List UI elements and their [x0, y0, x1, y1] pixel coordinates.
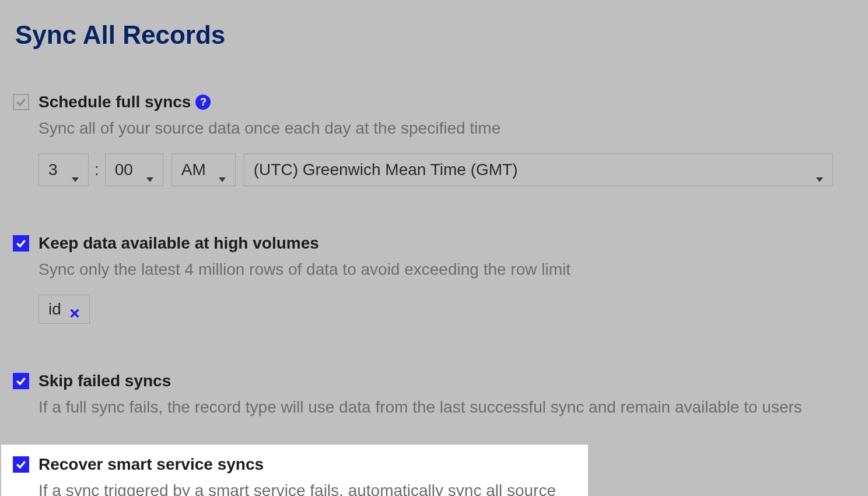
high-volume-header: Keep data available at high volumes	[13, 234, 853, 253]
skip-failed-desc: If a full sync fails, the record type wi…	[38, 396, 853, 418]
page-title: Sync All Records	[0, 0, 868, 50]
ampm-value: AM	[181, 160, 206, 179]
skip-failed-header: Skip failed syncs	[13, 372, 853, 390]
recover-checkbox[interactable]	[13, 456, 29, 473]
high-volume-checkbox[interactable]	[13, 235, 29, 252]
svg-marker-3	[816, 177, 823, 182]
help-icon[interactable]: ?	[195, 95, 211, 110]
time-colon: :	[94, 160, 99, 179]
check-icon	[15, 375, 27, 387]
recover-header: Recover smart service syncs	[13, 455, 573, 474]
timezone-select[interactable]: (UTC) Greenwich Mean Time (GMT)	[244, 153, 833, 186]
check-icon	[15, 96, 27, 108]
section-schedule: Schedule full syncs ? Sync all of your s…	[0, 82, 868, 197]
high-volume-label: Keep data available at high volumes	[38, 234, 319, 253]
chip-label: id	[48, 300, 61, 319]
caret-down-icon	[72, 167, 79, 172]
schedule-desc: Sync all of your source data once each d…	[38, 117, 853, 139]
recover-label: Recover smart service syncs	[38, 455, 264, 474]
skip-failed-checkbox[interactable]	[13, 373, 29, 389]
section-high-volume: Keep data available at high volumes Sync…	[0, 223, 868, 334]
time-row: 3 : 00 AM (UTC) Greenwich Mean Time (GMT…	[38, 153, 853, 186]
section-recover: Recover smart service syncs If a sync tr…	[1, 445, 588, 496]
hour-value: 3	[48, 160, 58, 179]
svg-marker-2	[219, 177, 226, 182]
skip-failed-label: Skip failed syncs	[38, 372, 171, 390]
hour-select[interactable]: 3	[38, 153, 89, 186]
minute-value: 00	[115, 160, 133, 179]
minute-select[interactable]: 00	[105, 153, 163, 186]
caret-down-icon	[146, 167, 153, 172]
chip-id: id	[38, 295, 90, 324]
section-schedule-header: Schedule full syncs ?	[13, 93, 853, 111]
caret-down-icon	[816, 167, 823, 172]
timezone-value: (UTC) Greenwich Mean Time (GMT)	[254, 160, 518, 179]
high-volume-desc: Sync only the latest 4 million rows of d…	[38, 259, 853, 281]
check-icon	[15, 237, 27, 249]
ampm-select[interactable]: AM	[172, 153, 236, 186]
section-skip-failed: Skip failed syncs If a full sync fails, …	[0, 361, 868, 429]
recover-desc: If a sync triggered by a smart service f…	[38, 480, 573, 496]
check-icon	[15, 459, 27, 470]
schedule-label: Schedule full syncs	[38, 93, 191, 111]
svg-marker-1	[146, 177, 153, 182]
schedule-checkbox[interactable]	[13, 94, 29, 110]
schedule-label-row: Schedule full syncs ?	[38, 93, 211, 111]
svg-marker-0	[72, 177, 79, 182]
caret-down-icon	[219, 167, 226, 172]
close-icon[interactable]	[69, 304, 80, 315]
